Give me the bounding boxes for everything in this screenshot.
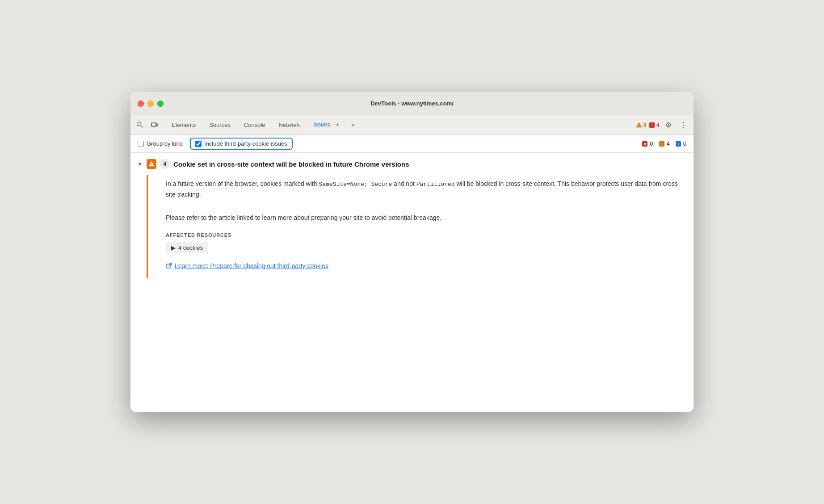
- issue-title: Cookie set in cross-site context will be…: [173, 160, 409, 168]
- group-by-kind-label[interactable]: Group by kind: [138, 140, 183, 147]
- filterbar: Group by kind Include third-party cookie…: [130, 135, 694, 153]
- svg-text:!: !: [151, 162, 152, 166]
- learn-more-label: Learn more: Prepare for phasing out thir…: [175, 262, 328, 269]
- error-square-icon: !: [649, 122, 655, 128]
- titlebar: DevTools - www.nytimes.com/: [130, 92, 694, 115]
- maximize-button[interactable]: [157, 101, 164, 107]
- minimize-button[interactable]: [147, 101, 154, 107]
- info-filter-icon: i: [675, 141, 681, 147]
- svg-text:!: !: [652, 123, 653, 127]
- warning-count: 8: [643, 122, 647, 128]
- affected-resources-label: AFFECTED RESOURCES: [166, 232, 685, 238]
- devtools-icons: [134, 119, 161, 131]
- svg-text:!: !: [661, 142, 662, 146]
- code-partitioned: Partitioned: [416, 181, 455, 188]
- filter-counts: ✕ 0 ! 4 i 0: [642, 140, 686, 147]
- inspect-element-icon[interactable]: [134, 119, 147, 131]
- issue-header[interactable]: ▼ ! 4 Cookie set in cross-site context w…: [130, 153, 694, 175]
- issue-count-bubble: 4: [160, 159, 170, 169]
- info-filter-count: i 0: [675, 140, 686, 147]
- svg-rect-1: [151, 123, 156, 126]
- close-button[interactable]: [138, 101, 144, 107]
- issue-warning-icon: !: [148, 161, 155, 167]
- error-count: 4: [656, 122, 660, 128]
- include-third-party-checkbox[interactable]: [195, 141, 202, 147]
- tab-close-issues[interactable]: ✕: [334, 122, 341, 129]
- tab-sources[interactable]: Sources: [203, 119, 237, 131]
- traffic-lights: [138, 101, 164, 107]
- svg-rect-13: [166, 264, 170, 268]
- tabbar: Elements Sources Console Network Issues …: [130, 115, 694, 135]
- code-samesite: SameSite=None; Secure: [319, 181, 392, 188]
- issue-description-1: In a future version of the browser, cook…: [166, 175, 685, 200]
- device-toolbar-icon[interactable]: [148, 119, 161, 131]
- cookies-toggle-arrow: ▶: [171, 244, 176, 251]
- tabbar-right: ! 8 ! 4 ⚙ ⋮: [636, 119, 690, 131]
- more-tabs-button[interactable]: »: [348, 119, 358, 131]
- issue-group: ▼ ! 4 Cookie set in cross-site context w…: [130, 153, 694, 278]
- cookies-toggle-label: 4 cookies: [178, 244, 203, 251]
- include-third-party-label[interactable]: Include third-party cookie issues: [195, 140, 287, 147]
- error-filter-icon: ✕: [642, 141, 648, 147]
- tab-elements[interactable]: Elements: [165, 119, 202, 131]
- svg-rect-0: [137, 122, 141, 126]
- settings-icon[interactable]: ⚙: [662, 119, 675, 131]
- issue-description-2: Please refer to the article linked to le…: [166, 209, 685, 223]
- group-by-kind-checkbox[interactable]: [138, 141, 144, 147]
- issue-body: In a future version of the browser, cook…: [147, 175, 694, 278]
- svg-text:✕: ✕: [643, 142, 647, 146]
- more-options-icon[interactable]: ⋮: [677, 119, 690, 131]
- window-title: DevTools - www.nytimes.com/: [370, 100, 454, 107]
- tab-network[interactable]: Network: [273, 119, 307, 131]
- svg-text:i: i: [678, 142, 679, 146]
- main-content: ▼ ! 4 Cookie set in cross-site context w…: [130, 153, 694, 412]
- learn-more-link[interactable]: Learn more: Prepare for phasing out thir…: [166, 262, 685, 269]
- third-party-cookie-wrapper: Include third-party cookie issues: [190, 138, 293, 150]
- warning-badge: ! 8: [636, 122, 647, 128]
- external-link-icon: [166, 263, 172, 269]
- warning-filter-count: ! 4: [659, 140, 670, 147]
- svg-text:!: !: [638, 124, 639, 127]
- issue-severity-badge: !: [147, 159, 156, 169]
- warning-filter-icon: !: [659, 141, 665, 147]
- tab-console[interactable]: Console: [238, 119, 272, 131]
- chevron-down-icon: ▼: [138, 162, 142, 167]
- error-filter-count: ✕ 0: [642, 140, 653, 147]
- cookies-toggle[interactable]: ▶ 4 cookies: [166, 242, 208, 253]
- devtools-window: DevTools - www.nytimes.com/ Elements Sou…: [130, 92, 694, 412]
- warning-triangle-icon: !: [636, 122, 642, 128]
- tab-issues[interactable]: Issues ✕: [307, 118, 347, 131]
- error-badge: ! 4: [649, 122, 660, 128]
- svg-rect-2: [156, 124, 158, 126]
